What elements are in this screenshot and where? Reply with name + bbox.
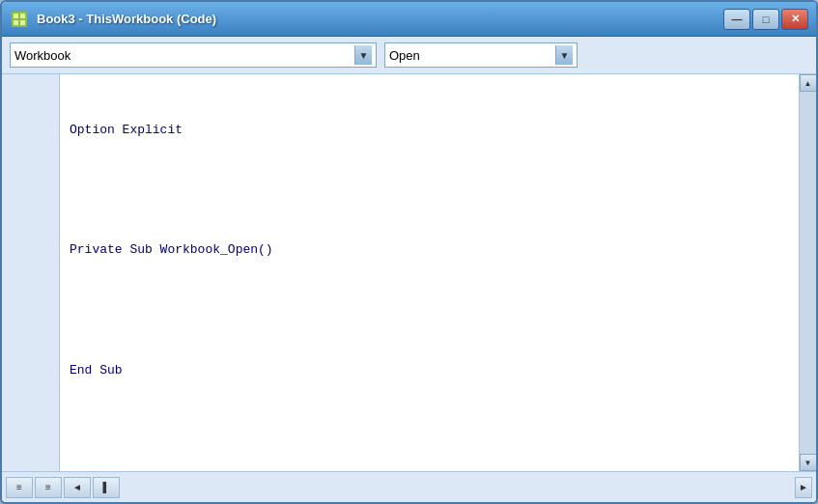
scroll-left-button[interactable]: ◄ [64,477,91,498]
workbook-icon [10,10,29,29]
code-line-1: Option Explicit [70,121,789,141]
object-dropdown-value: Workbook [14,48,351,63]
menu-button[interactable]: ≡ [6,477,33,498]
object-dropdown-arrow[interactable]: ▼ [354,45,372,65]
object-dropdown[interactable]: Workbook ▼ [10,42,377,68]
bottom-bar: ≡ ≡ ◄ ▌ ► [2,471,816,502]
procedure-dropdown[interactable]: Open ▼ [384,42,578,68]
procedure-dropdown-arrow[interactable]: ▼ [555,45,573,65]
scroll-up-button[interactable]: ▲ [800,74,817,92]
toolbar: Workbook ▼ Open ▼ [2,37,816,74]
split-button[interactable]: ▌ [93,477,120,498]
minimize-button[interactable]: — [723,9,750,30]
svg-rect-1 [14,14,18,18]
svg-rect-3 [14,20,18,25]
line-numbers [2,74,60,471]
title-bar: Book3 - ThisWorkbook (Code) — □ ✕ [2,2,816,37]
code-line-3: Private Sub Workbook_Open() [70,240,789,261]
scroll-down-button[interactable]: ▼ [800,454,817,471]
window-title: Book3 - ThisWorkbook (Code) [37,12,723,26]
code-line-5: End Sub [70,361,789,381]
code-line-2 [70,181,789,201]
vba-editor-window: Book3 - ThisWorkbook (Code) — □ ✕ Workbo… [0,0,818,504]
align-button[interactable]: ≡ [35,477,62,498]
scroll-right-button[interactable]: ► [795,477,812,498]
window-controls: — □ ✕ [723,9,808,30]
restore-button[interactable]: □ [752,9,779,30]
vertical-scrollbar: ▲ ▼ [799,74,816,471]
code-editor[interactable]: Option Explicit Private Sub Workbook_Ope… [60,74,799,471]
svg-rect-4 [20,20,25,25]
close-button[interactable]: ✕ [781,9,808,30]
code-content: Option Explicit Private Sub Workbook_Ope… [70,80,789,422]
scroll-track [800,92,816,454]
main-area: Option Explicit Private Sub Workbook_Ope… [2,74,816,471]
code-line-4 [70,301,789,322]
svg-rect-2 [20,14,25,18]
procedure-dropdown-value: Open [389,48,551,63]
